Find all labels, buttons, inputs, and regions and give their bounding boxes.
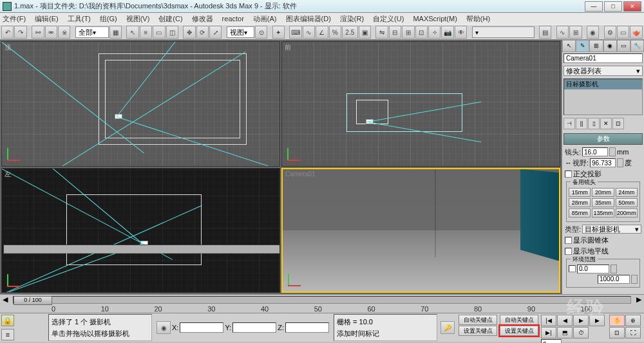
viewport-top[interactable]: 顶 (1, 41, 280, 167)
rollout-header[interactable]: 参数 (564, 133, 643, 145)
keyboard-shortcut-button[interactable]: ⌨ (289, 26, 301, 39)
abs-rel-toggle-icon[interactable]: ◉ (156, 321, 171, 334)
maximize-button[interactable]: □ (604, 1, 622, 12)
menu-animation[interactable]: 动画(A) (253, 14, 277, 24)
time-slider[interactable]: ◀ 0 / 100 ▶ (0, 294, 644, 304)
modifier-stack[interactable]: 目标摄影机 (564, 79, 643, 115)
normal-align-button[interactable]: ⊡ (415, 26, 428, 39)
select-region-button[interactable]: ▭ (153, 26, 165, 39)
menu-edit[interactable]: 编辑(E) (35, 14, 59, 24)
set-key-button-2[interactable]: 设置关键点 (500, 326, 538, 336)
lens-20mm-button[interactable]: 20mm (592, 188, 614, 197)
select-scale-button[interactable]: ⤢ (209, 26, 222, 39)
pin-stack-icon[interactable]: ⊣ (564, 118, 575, 129)
menu-modifiers[interactable]: 修改器 (192, 14, 213, 24)
lens-50mm-button[interactable]: 50mm (616, 198, 638, 207)
menu-group[interactable]: 组(G) (100, 14, 117, 24)
menu-file[interactable]: 文件(F) (3, 14, 26, 24)
utilities-tab-icon[interactable]: 🔧 (630, 40, 644, 52)
current-frame-input[interactable]: 0 (541, 339, 562, 343)
key-mode-icon[interactable]: 🔑 (440, 321, 455, 334)
object-name-field[interactable]: Camera01 (564, 53, 643, 63)
selection-filter-button[interactable]: ▦ (109, 26, 122, 39)
align-view-button[interactable]: 👁 (455, 26, 467, 39)
display-tab-icon[interactable]: ▭ (617, 40, 630, 52)
menu-rendering[interactable]: 渲染(R) (340, 14, 364, 24)
y-coord-input[interactable] (232, 322, 276, 333)
set-key-button[interactable]: 设置关键点 (459, 326, 497, 336)
goto-end-icon[interactable]: ▶| (541, 327, 556, 338)
select-by-name-button[interactable]: ≡ (140, 26, 152, 39)
next-frame-icon[interactable]: ▶ (589, 315, 605, 326)
far-input[interactable] (598, 275, 630, 284)
scrollbar[interactable] (3, 245, 280, 254)
spinner[interactable] (617, 158, 623, 167)
hierarchy-tab-icon[interactable]: ⊞ (589, 40, 603, 52)
prev-frame-icon[interactable]: ◀ (557, 315, 573, 326)
viewport-front[interactable]: 前 (281, 41, 560, 167)
minimize-button[interactable]: — (585, 1, 603, 12)
remove-modifier-icon[interactable]: ✕ (600, 118, 612, 129)
motion-tab-icon[interactable]: ◉ (603, 40, 617, 52)
maximize-viewport-icon[interactable]: ⛶ (625, 327, 641, 338)
lens-24mm-button[interactable]: 24mm (616, 188, 638, 197)
selection-set-combo[interactable]: 全部 ▾ (75, 26, 109, 38)
camera-type-combo[interactable]: 目标摄影机▾ (582, 225, 641, 234)
fov-input[interactable] (590, 158, 616, 167)
menu-help[interactable]: 帮助(H) (466, 14, 490, 24)
add-time-tag[interactable]: 添加时间标记 (337, 329, 434, 338)
show-horizon-checkbox[interactable] (565, 248, 572, 255)
render-scene-button[interactable]: ⚙ (604, 26, 616, 39)
key-mode-toggle-icon[interactable]: ⬒ (557, 327, 573, 338)
viewport-camera[interactable]: Camera01 (281, 168, 560, 293)
modifier-list-combo[interactable]: 修改器列表▾ (564, 66, 643, 76)
place-highlight-button[interactable]: ✧ (428, 26, 440, 39)
create-tab-icon[interactable]: ↖ (562, 40, 576, 52)
auto-key-button-2[interactable]: 自动关键点 (500, 315, 538, 325)
menu-views[interactable]: 视图(V) (126, 14, 150, 24)
layer-manager-button[interactable]: ▤ (539, 26, 551, 39)
make-unique-icon[interactable]: ▯ (588, 118, 600, 129)
lens-input[interactable] (582, 147, 608, 156)
menu-reactor[interactable]: reactor (222, 15, 244, 23)
undo-button[interactable]: ↶ (1, 26, 14, 39)
unlink-button[interactable]: ⚮ (45, 26, 57, 39)
align-camera-button[interactable]: 📷 (441, 26, 453, 39)
percent-snap-button[interactable]: % (329, 26, 341, 39)
menu-graph-editors[interactable]: 图表编辑器(D) (286, 14, 331, 24)
menu-create[interactable]: 创建(C) (158, 14, 182, 24)
named-selection-combo[interactable]: ▾ (472, 26, 535, 38)
near-input[interactable] (577, 264, 609, 273)
angle-snap-button[interactable]: ∠ (316, 26, 328, 39)
snap-toggle-button[interactable]: ∿ (303, 26, 315, 39)
zoom-extents-icon[interactable]: ⊡ (609, 327, 625, 338)
modifier-item[interactable]: 目标摄影机 (564, 79, 642, 89)
lens-15mm-button[interactable]: 15mm (569, 188, 591, 197)
viewport-left[interactable]: 左 (1, 168, 280, 293)
lens-85mm-button[interactable]: 85mm (569, 209, 591, 218)
arc-rotate-icon[interactable]: ⊕ (625, 315, 641, 326)
lens-135mm-button[interactable]: 135mm (592, 209, 614, 218)
time-config-icon[interactable]: ⏱ (573, 327, 589, 338)
use-pivot-button[interactable]: ⊙ (255, 26, 267, 39)
redo-button[interactable]: ↷ (14, 26, 26, 39)
select-manipulate-button[interactable]: ✦ (272, 26, 285, 39)
maxscript-listener-icon[interactable]: ≡ (1, 329, 14, 340)
render-type-button[interactable]: ▭ (617, 26, 629, 39)
lens-28mm-button[interactable]: 28mm (569, 198, 591, 207)
lens-35mm-button[interactable]: 35mm (592, 198, 614, 207)
mirror-button[interactable]: ⇋ (375, 26, 388, 39)
auto-key-button[interactable]: 自动关键点 (459, 315, 497, 325)
select-move-button[interactable]: ✥ (183, 26, 195, 39)
configure-sets-icon[interactable]: ⊡ (612, 118, 624, 129)
spinner-snap-button[interactable]: 2.5 (342, 26, 358, 39)
goto-start-icon[interactable]: |◀ (541, 315, 556, 326)
select-rotate-button[interactable]: ⟳ (196, 26, 209, 39)
menu-tools[interactable]: 工具(T) (68, 14, 91, 24)
align-button[interactable]: ⊟ (389, 26, 401, 39)
select-object-button[interactable]: ↖ (126, 26, 138, 39)
curve-editor-button[interactable]: ∿ (556, 26, 569, 39)
env-near-check[interactable] (569, 265, 576, 272)
close-button[interactable]: ✕ (623, 1, 641, 12)
play-icon[interactable]: ▶ (573, 315, 589, 326)
